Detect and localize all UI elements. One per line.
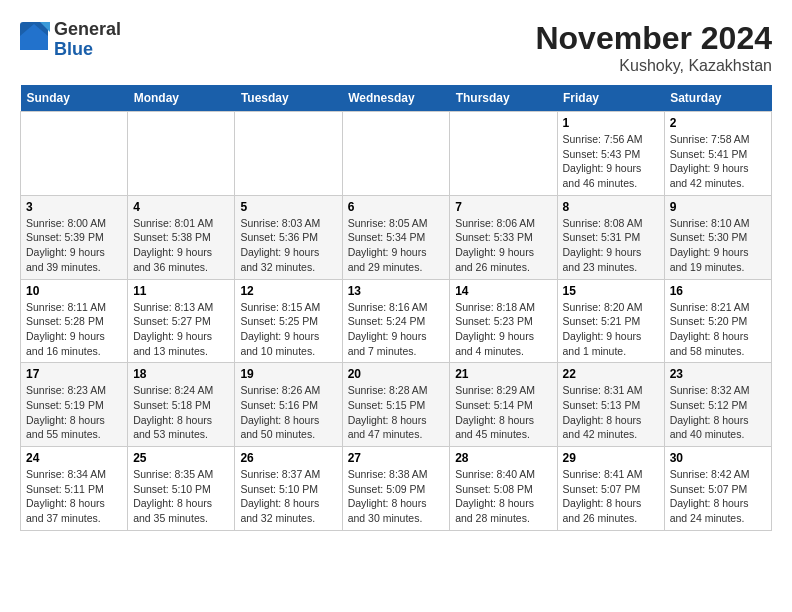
calendar-cell [128, 112, 235, 196]
calendar-cell [21, 112, 128, 196]
calendar-cell: 10Sunrise: 8:11 AM Sunset: 5:28 PM Dayli… [21, 279, 128, 363]
day-info: Sunrise: 8:35 AM Sunset: 5:10 PM Dayligh… [133, 467, 229, 526]
day-info: Sunrise: 8:26 AM Sunset: 5:16 PM Dayligh… [240, 383, 336, 442]
day-number: 27 [348, 451, 445, 465]
logo-text: General Blue [54, 20, 121, 60]
day-info: Sunrise: 8:10 AM Sunset: 5:30 PM Dayligh… [670, 216, 766, 275]
calendar-cell: 17Sunrise: 8:23 AM Sunset: 5:19 PM Dayli… [21, 363, 128, 447]
day-number: 28 [455, 451, 551, 465]
day-number: 22 [563, 367, 659, 381]
day-info: Sunrise: 8:40 AM Sunset: 5:08 PM Dayligh… [455, 467, 551, 526]
calendar-cell: 6Sunrise: 8:05 AM Sunset: 5:34 PM Daylig… [342, 195, 450, 279]
calendar-cell: 18Sunrise: 8:24 AM Sunset: 5:18 PM Dayli… [128, 363, 235, 447]
calendar-week-row: 24Sunrise: 8:34 AM Sunset: 5:11 PM Dayli… [21, 447, 772, 531]
day-info: Sunrise: 8:34 AM Sunset: 5:11 PM Dayligh… [26, 467, 122, 526]
calendar-cell: 25Sunrise: 8:35 AM Sunset: 5:10 PM Dayli… [128, 447, 235, 531]
day-number: 11 [133, 284, 229, 298]
day-info: Sunrise: 7:56 AM Sunset: 5:43 PM Dayligh… [563, 132, 659, 191]
calendar-week-row: 1Sunrise: 7:56 AM Sunset: 5:43 PM Daylig… [21, 112, 772, 196]
header-monday: Monday [128, 85, 235, 112]
calendar-cell: 7Sunrise: 8:06 AM Sunset: 5:33 PM Daylig… [450, 195, 557, 279]
day-number: 13 [348, 284, 445, 298]
calendar-cell: 12Sunrise: 8:15 AM Sunset: 5:25 PM Dayli… [235, 279, 342, 363]
day-number: 10 [26, 284, 122, 298]
day-number: 19 [240, 367, 336, 381]
calendar-header-row: SundayMondayTuesdayWednesdayThursdayFrid… [21, 85, 772, 112]
calendar-week-row: 3Sunrise: 8:00 AM Sunset: 5:39 PM Daylig… [21, 195, 772, 279]
day-info: Sunrise: 8:16 AM Sunset: 5:24 PM Dayligh… [348, 300, 445, 359]
calendar-cell: 5Sunrise: 8:03 AM Sunset: 5:36 PM Daylig… [235, 195, 342, 279]
page-header: General Blue November 2024 Kushoky, Kaza… [20, 20, 772, 75]
calendar-cell: 15Sunrise: 8:20 AM Sunset: 5:21 PM Dayli… [557, 279, 664, 363]
calendar-cell [342, 112, 450, 196]
logo-blue: Blue [54, 40, 121, 60]
calendar-cell: 1Sunrise: 7:56 AM Sunset: 5:43 PM Daylig… [557, 112, 664, 196]
day-info: Sunrise: 8:03 AM Sunset: 5:36 PM Dayligh… [240, 216, 336, 275]
calendar-cell: 24Sunrise: 8:34 AM Sunset: 5:11 PM Dayli… [21, 447, 128, 531]
calendar-cell [235, 112, 342, 196]
calendar-cell: 29Sunrise: 8:41 AM Sunset: 5:07 PM Dayli… [557, 447, 664, 531]
day-number: 21 [455, 367, 551, 381]
day-number: 23 [670, 367, 766, 381]
calendar-week-row: 10Sunrise: 8:11 AM Sunset: 5:28 PM Dayli… [21, 279, 772, 363]
logo: General Blue [20, 20, 121, 60]
calendar-cell: 9Sunrise: 8:10 AM Sunset: 5:30 PM Daylig… [664, 195, 771, 279]
day-info: Sunrise: 8:37 AM Sunset: 5:10 PM Dayligh… [240, 467, 336, 526]
calendar-cell: 13Sunrise: 8:16 AM Sunset: 5:24 PM Dayli… [342, 279, 450, 363]
day-number: 12 [240, 284, 336, 298]
calendar-cell: 8Sunrise: 8:08 AM Sunset: 5:31 PM Daylig… [557, 195, 664, 279]
day-number: 29 [563, 451, 659, 465]
header-tuesday: Tuesday [235, 85, 342, 112]
day-info: Sunrise: 8:01 AM Sunset: 5:38 PM Dayligh… [133, 216, 229, 275]
day-info: Sunrise: 8:23 AM Sunset: 5:19 PM Dayligh… [26, 383, 122, 442]
day-info: Sunrise: 8:11 AM Sunset: 5:28 PM Dayligh… [26, 300, 122, 359]
calendar-cell: 27Sunrise: 8:38 AM Sunset: 5:09 PM Dayli… [342, 447, 450, 531]
header-friday: Friday [557, 85, 664, 112]
header-wednesday: Wednesday [342, 85, 450, 112]
day-info: Sunrise: 8:31 AM Sunset: 5:13 PM Dayligh… [563, 383, 659, 442]
calendar-cell: 22Sunrise: 8:31 AM Sunset: 5:13 PM Dayli… [557, 363, 664, 447]
day-info: Sunrise: 8:29 AM Sunset: 5:14 PM Dayligh… [455, 383, 551, 442]
day-info: Sunrise: 8:24 AM Sunset: 5:18 PM Dayligh… [133, 383, 229, 442]
day-number: 9 [670, 200, 766, 214]
logo-general: General [54, 20, 121, 40]
calendar-cell: 3Sunrise: 8:00 AM Sunset: 5:39 PM Daylig… [21, 195, 128, 279]
logo-icon [20, 22, 50, 57]
day-number: 26 [240, 451, 336, 465]
day-number: 20 [348, 367, 445, 381]
header-sunday: Sunday [21, 85, 128, 112]
day-number: 30 [670, 451, 766, 465]
day-number: 2 [670, 116, 766, 130]
day-info: Sunrise: 8:28 AM Sunset: 5:15 PM Dayligh… [348, 383, 445, 442]
day-info: Sunrise: 8:06 AM Sunset: 5:33 PM Dayligh… [455, 216, 551, 275]
calendar-cell: 16Sunrise: 8:21 AM Sunset: 5:20 PM Dayli… [664, 279, 771, 363]
calendar-cell: 2Sunrise: 7:58 AM Sunset: 5:41 PM Daylig… [664, 112, 771, 196]
header-saturday: Saturday [664, 85, 771, 112]
day-number: 16 [670, 284, 766, 298]
day-info: Sunrise: 8:15 AM Sunset: 5:25 PM Dayligh… [240, 300, 336, 359]
day-number: 3 [26, 200, 122, 214]
calendar-cell: 11Sunrise: 8:13 AM Sunset: 5:27 PM Dayli… [128, 279, 235, 363]
day-info: Sunrise: 8:13 AM Sunset: 5:27 PM Dayligh… [133, 300, 229, 359]
day-info: Sunrise: 8:42 AM Sunset: 5:07 PM Dayligh… [670, 467, 766, 526]
day-info: Sunrise: 8:18 AM Sunset: 5:23 PM Dayligh… [455, 300, 551, 359]
day-info: Sunrise: 8:38 AM Sunset: 5:09 PM Dayligh… [348, 467, 445, 526]
day-number: 5 [240, 200, 336, 214]
calendar-cell: 21Sunrise: 8:29 AM Sunset: 5:14 PM Dayli… [450, 363, 557, 447]
calendar-cell: 20Sunrise: 8:28 AM Sunset: 5:15 PM Dayli… [342, 363, 450, 447]
day-number: 14 [455, 284, 551, 298]
day-number: 15 [563, 284, 659, 298]
calendar-cell: 14Sunrise: 8:18 AM Sunset: 5:23 PM Dayli… [450, 279, 557, 363]
day-info: Sunrise: 8:21 AM Sunset: 5:20 PM Dayligh… [670, 300, 766, 359]
day-number: 6 [348, 200, 445, 214]
day-info: Sunrise: 8:41 AM Sunset: 5:07 PM Dayligh… [563, 467, 659, 526]
day-number: 1 [563, 116, 659, 130]
calendar-cell: 19Sunrise: 8:26 AM Sunset: 5:16 PM Dayli… [235, 363, 342, 447]
day-info: Sunrise: 8:08 AM Sunset: 5:31 PM Dayligh… [563, 216, 659, 275]
calendar-cell: 28Sunrise: 8:40 AM Sunset: 5:08 PM Dayli… [450, 447, 557, 531]
day-number: 18 [133, 367, 229, 381]
day-info: Sunrise: 8:32 AM Sunset: 5:12 PM Dayligh… [670, 383, 766, 442]
calendar-cell [450, 112, 557, 196]
day-number: 17 [26, 367, 122, 381]
calendar-table: SundayMondayTuesdayWednesdayThursdayFrid… [20, 85, 772, 531]
